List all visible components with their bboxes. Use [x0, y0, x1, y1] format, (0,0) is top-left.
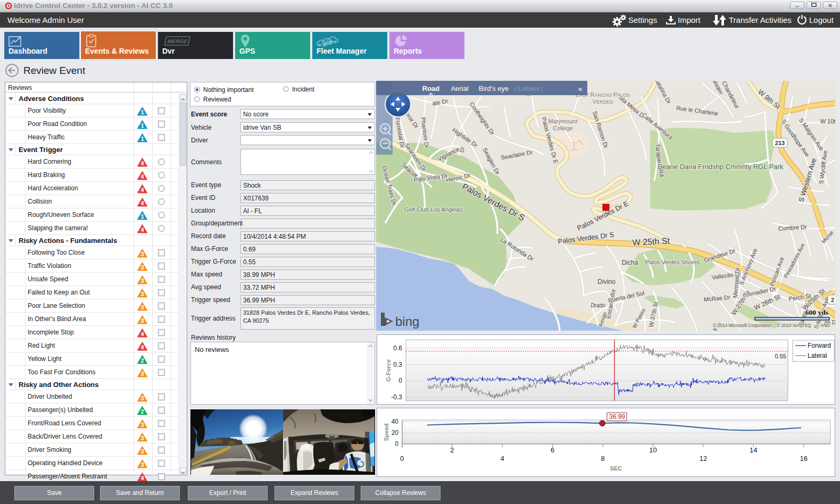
svg-text:MERGE: MERGE [167, 38, 188, 44]
svg-text:4: 4 [140, 344, 144, 350]
svg-text:3: 3 [140, 448, 144, 455]
svg-text:2: 2 [450, 446, 454, 454]
svg-text:0: 0 [398, 377, 402, 384]
svg-text:Aerial: Aerial [451, 85, 468, 93]
svg-text:W 10t: W 10t [820, 118, 835, 124]
svg-text:40: 40 [392, 418, 399, 425]
svg-text:Speed: Speed [383, 423, 389, 441]
svg-text:20: 20 [392, 429, 399, 436]
svg-text:4: 4 [140, 331, 144, 337]
svg-text:-0.3: -0.3 [391, 393, 402, 401]
svg-text:3: 3 [140, 435, 144, 441]
svg-text:4: 4 [140, 187, 144, 193]
svg-text:1: 1 [140, 136, 144, 142]
svg-text:14: 14 [750, 446, 757, 454]
svg-text:Golf Club-Los Angelas: Golf Club-Los Angelas [404, 206, 463, 213]
svg-text:© 2014 Microsoft Corporation: © 2014 Microsoft Corporation © 2010 NAVT… [713, 323, 830, 328]
svg-text:12: 12 [700, 455, 707, 463]
svg-text:3: 3 [140, 395, 144, 401]
svg-text:4: 4 [140, 200, 144, 206]
svg-text:3: 3 [140, 461, 144, 468]
svg-text:1: 1 [140, 213, 144, 220]
svg-text:|: | [541, 85, 543, 93]
svg-text:6: 6 [551, 446, 554, 454]
svg-text:3: 3 [140, 251, 144, 257]
svg-text:Palos Verdes Shores: Palos Verdes Shores [645, 259, 700, 265]
svg-text:4: 4 [140, 160, 144, 166]
svg-text:Divino: Divino [597, 278, 616, 285]
svg-text:«: « [578, 85, 583, 93]
svg-text:3: 3 [140, 264, 144, 271]
svg-text:|: | [514, 85, 516, 93]
svg-text:10: 10 [649, 446, 656, 454]
svg-text:0: 0 [400, 455, 404, 463]
svg-text:2: 2 [140, 408, 144, 415]
svg-text:Road: Road [422, 85, 440, 93]
svg-text:VERDES: VERDES [593, 98, 613, 105]
svg-text:0: 0 [395, 440, 398, 448]
svg-text:0.3: 0.3 [393, 361, 402, 368]
svg-text:Drado: Drado [591, 303, 605, 308]
svg-text:1: 1 [140, 109, 144, 115]
svg-text:8: 8 [601, 455, 604, 463]
svg-text:4: 4 [140, 226, 144, 233]
svg-text:2: 2 [140, 357, 144, 364]
svg-text:4: 4 [140, 173, 144, 180]
svg-text:Lateral: Lateral [808, 352, 827, 359]
svg-text:Deane Dana Frndshp Cmmnty RGL: Deane Dana Frndshp Cmmnty RGL Park [658, 163, 784, 171]
svg-text:0.55: 0.55 [775, 353, 786, 359]
svg-text:16: 16 [800, 455, 807, 463]
svg-text:1: 1 [140, 122, 144, 129]
svg-text:213: 213 [775, 140, 785, 146]
svg-text:Forward: Forward [808, 342, 831, 349]
svg-text:4: 4 [140, 475, 144, 481]
svg-text:3: 3 [140, 304, 144, 310]
svg-text:3: 3 [140, 371, 144, 377]
svg-text:SEC: SEC [610, 465, 622, 472]
svg-text:Marymount: Marymount [548, 118, 577, 124]
svg-text:Bird's eye: Bird's eye [479, 85, 509, 93]
svg-text:2: 2 [831, 297, 834, 303]
svg-text:Labels: Labels [518, 85, 539, 93]
svg-text:G-Force: G-Force [385, 359, 392, 382]
svg-text:3: 3 [140, 278, 144, 284]
svg-text:College: College [553, 125, 572, 131]
svg-text:Dicha: Dicha [622, 259, 638, 266]
svg-text:36.99: 36.99 [609, 413, 625, 421]
svg-text:bing: bing [395, 314, 419, 329]
svg-text:3: 3 [140, 317, 144, 324]
svg-text:0.6: 0.6 [393, 345, 402, 352]
svg-text:4: 4 [501, 455, 504, 463]
svg-text:3: 3 [140, 291, 144, 297]
svg-text:3: 3 [140, 422, 144, 428]
svg-text:600 yds: 600 yds [805, 308, 828, 316]
